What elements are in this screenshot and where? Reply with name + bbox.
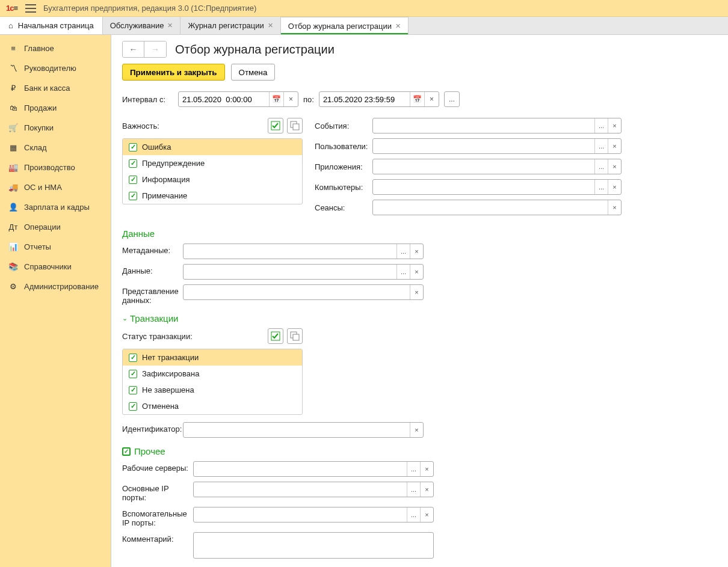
select-icon[interactable]: ...	[407, 507, 420, 522]
calendar-icon[interactable]: 📅	[269, 92, 283, 106]
select-icon[interactable]: ...	[396, 265, 410, 279]
calendar-icon[interactable]: 📅	[410, 92, 424, 106]
sidebar-item[interactable]: ≡Главное	[0, 38, 111, 58]
list-item[interactable]: Предупреждение	[123, 155, 302, 171]
checkbox-icon[interactable]	[122, 447, 131, 456]
interval-from[interactable]: 📅 ×	[178, 91, 298, 107]
sidebar-item[interactable]: 🛒Покупки	[0, 118, 111, 138]
field-input[interactable]: ×	[372, 200, 622, 215]
sidebar-item[interactable]: 👤Зарплата и кадры	[0, 197, 111, 217]
sidebar-item[interactable]: 〽Руководителю	[0, 58, 111, 78]
uncheck-all-icon[interactable]	[287, 328, 303, 344]
field-input[interactable]: ...×	[193, 507, 434, 523]
checkbox-icon[interactable]	[129, 354, 137, 362]
tab-home-label: Начальная страница	[18, 21, 94, 30]
clear-icon[interactable]: ×	[283, 92, 298, 106]
clear-icon[interactable]: ×	[608, 118, 621, 133]
interval-to[interactable]: 📅 ×	[319, 91, 439, 107]
clear-icon[interactable]: ×	[608, 180, 621, 194]
select-icon[interactable]: ...	[594, 159, 608, 174]
identifier-input[interactable]: ×	[183, 422, 424, 438]
clear-icon[interactable]: ×	[410, 285, 423, 299]
clear-icon[interactable]: ×	[420, 507, 433, 522]
sidebar-icon: 📊	[8, 242, 18, 251]
clear-icon[interactable]: ×	[608, 200, 621, 215]
clear-icon[interactable]: ×	[410, 265, 423, 279]
interval-from-input[interactable]	[179, 95, 269, 104]
tab[interactable]: Обслуживание✕	[103, 17, 181, 34]
list-item[interactable]: Ошибка	[123, 139, 302, 155]
select-icon[interactable]: ...	[594, 180, 608, 194]
checkbox-icon[interactable]	[129, 370, 137, 378]
checkbox-icon[interactable]	[129, 402, 137, 411]
sidebar-item[interactable]: ⚙Администрирование	[0, 277, 111, 296]
clear-icon[interactable]: ×	[420, 482, 433, 497]
clear-icon[interactable]: ×	[424, 92, 439, 106]
checkbox-icon[interactable]	[129, 143, 137, 152]
select-icon[interactable]: ...	[594, 118, 608, 133]
field-input[interactable]: ...×	[183, 264, 424, 280]
trans-list: Нет транзакцииЗафиксированаНе завершенаО…	[122, 349, 303, 415]
list-item[interactable]: Примечание	[123, 188, 302, 204]
tab-label: Журнал регистрации	[188, 21, 264, 30]
sidebar-item[interactable]: 🚚ОС и НМА	[0, 177, 111, 197]
field-input[interactable]: ...×	[193, 461, 434, 477]
tab[interactable]: Журнал регистрации✕	[180, 17, 280, 34]
nav-forward[interactable]: →	[144, 41, 166, 57]
section-other[interactable]: Прочее	[122, 446, 717, 456]
interval-more[interactable]: ...	[444, 91, 460, 107]
list-item[interactable]: Нет транзакции	[123, 349, 302, 366]
field-input[interactable]: ...×	[372, 118, 622, 133]
clear-icon[interactable]: ×	[410, 244, 423, 259]
section-transactions[interactable]: ⌄Транзакции	[122, 313, 717, 323]
interval-to-input[interactable]	[319, 95, 410, 104]
close-icon[interactable]: ✕	[395, 22, 401, 30]
field-input[interactable]: ...×	[372, 159, 622, 174]
check-all-icon[interactable]	[268, 328, 283, 344]
sidebar-item[interactable]: ДтОперации	[0, 217, 111, 237]
sidebar-item[interactable]: 📚Справочники	[0, 257, 111, 277]
sidebar-item[interactable]: 📊Отчеты	[0, 237, 111, 257]
item-label: Отменена	[142, 402, 179, 411]
select-icon[interactable]: ...	[594, 139, 608, 153]
clear-icon[interactable]: ×	[410, 423, 423, 437]
apply-button[interactable]: Применить и закрыть	[122, 64, 225, 81]
close-icon[interactable]: ✕	[268, 22, 273, 29]
cancel-button[interactable]: Отмена	[231, 64, 276, 81]
clear-icon[interactable]: ×	[608, 139, 621, 153]
sidebar-icon: ₽	[8, 84, 18, 93]
nav-back[interactable]: ←	[123, 41, 144, 57]
check-all-icon[interactable]	[268, 118, 283, 133]
sidebar-item[interactable]: ▦Склад	[0, 138, 111, 158]
home-icon: ⌂	[8, 21, 13, 30]
sidebar-item[interactable]: 🏭Производство	[0, 158, 111, 177]
select-icon[interactable]: ...	[407, 482, 420, 497]
sidebar-icon: 🏭	[8, 163, 18, 172]
hamburger-icon[interactable]	[25, 4, 36, 13]
checkbox-icon[interactable]	[129, 176, 137, 184]
field-input[interactable]: ...×	[183, 244, 424, 259]
select-icon[interactable]: ...	[396, 244, 410, 259]
list-item[interactable]: Зафиксирована	[123, 366, 302, 382]
field-input[interactable]: ×	[183, 284, 424, 300]
uncheck-all-icon[interactable]	[287, 118, 303, 133]
list-item[interactable]: Отменена	[123, 398, 302, 414]
clear-icon[interactable]: ×	[420, 462, 433, 476]
select-icon[interactable]: ...	[407, 462, 420, 476]
sidebar-item[interactable]: 🛍Продажи	[0, 98, 111, 118]
checkbox-icon[interactable]	[129, 386, 137, 394]
checkbox-icon[interactable]	[129, 192, 137, 200]
field-input[interactable]: ...×	[372, 138, 622, 154]
tab[interactable]: Отбор журнала регистрации✕	[281, 17, 409, 34]
tab-home[interactable]: ⌂ Начальная страница	[0, 17, 103, 34]
sidebar-item[interactable]: ₽Банк и касса	[0, 78, 111, 98]
checkbox-icon[interactable]	[129, 159, 137, 168]
list-item[interactable]: Информация	[123, 171, 302, 188]
clear-icon[interactable]: ×	[608, 159, 621, 174]
list-item[interactable]: Не завершена	[123, 382, 302, 398]
logo: 1c≡	[6, 4, 18, 13]
field-input[interactable]: ...×	[193, 482, 434, 497]
comment-input[interactable]	[193, 532, 434, 559]
close-icon[interactable]: ✕	[167, 22, 173, 29]
field-input[interactable]: ...×	[372, 179, 622, 195]
